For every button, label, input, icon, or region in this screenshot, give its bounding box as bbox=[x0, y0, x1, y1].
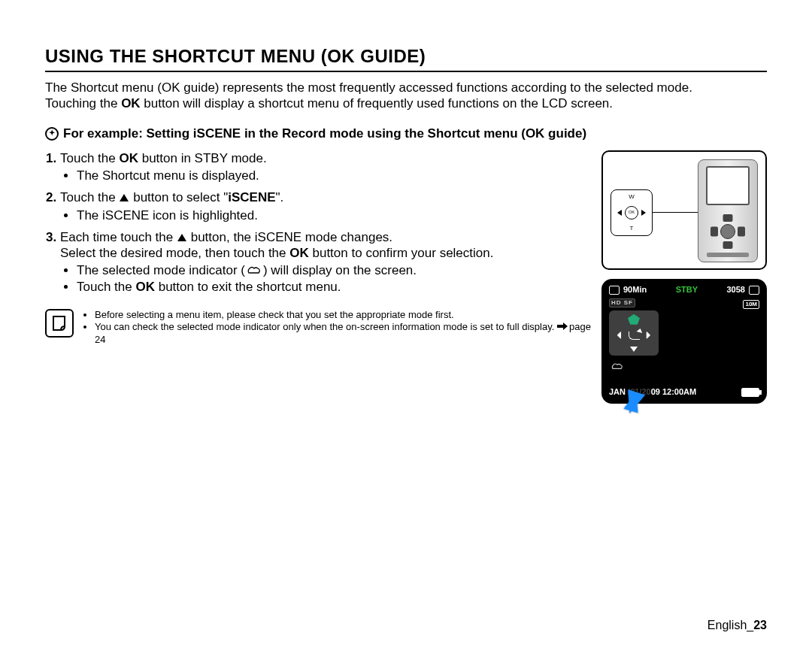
step-1: Touch the OK button in STBY mode. The Sh… bbox=[60, 150, 592, 184]
title-rule bbox=[45, 71, 767, 72]
step3-sub1a: The selected mode indicator ( bbox=[77, 263, 245, 277]
dpad-w-label: W bbox=[629, 193, 635, 201]
iscene-indicator-icon bbox=[247, 263, 262, 279]
step1-a: Touch the bbox=[60, 151, 119, 165]
page-title: USING THE SHORTCUT MENU (OK GUIDE) bbox=[45, 45, 767, 68]
photo-mode-icon bbox=[749, 286, 759, 295]
footer-lang: English_ bbox=[707, 619, 753, 631]
step-3: Each time touch the button, the iSCENE m… bbox=[60, 229, 592, 295]
step2-iscene: iSCENE bbox=[228, 190, 275, 204]
camera-dpad-left bbox=[710, 226, 718, 236]
step2-sub: The iSCENE icon is highlighted. bbox=[77, 207, 592, 223]
step3-line2a: Select the desired mode, then touch the bbox=[60, 246, 289, 260]
camera-body bbox=[698, 159, 758, 262]
note2-a: You can check the selected mode indicato… bbox=[95, 321, 557, 332]
intro-line1: The Shortcut menu (OK guide) represents … bbox=[45, 80, 692, 95]
shortcut-up-icon bbox=[628, 314, 640, 325]
step3-sub2b: button to exit the shortcut menu. bbox=[155, 280, 341, 294]
lcd-date-b: 09 12:00AM bbox=[651, 387, 697, 396]
lcd-resolution-badge: 10M bbox=[743, 300, 759, 309]
example-bullet-icon: ✦ bbox=[45, 127, 59, 141]
step3-line2b: button to confirm your selection. bbox=[309, 246, 494, 260]
camera-dpad-up bbox=[723, 214, 733, 222]
step1-b: button in STBY mode. bbox=[138, 151, 267, 165]
step3-sub1: The selected mode indicator ( ) will dis… bbox=[77, 262, 592, 279]
note-block: Before selecting a menu item, please che… bbox=[45, 309, 592, 346]
device-illustration: W OK T bbox=[601, 150, 767, 270]
shortcut-down-icon bbox=[630, 347, 638, 352]
shortcut-left-icon: 🞀 bbox=[615, 330, 624, 341]
page-footer: English_23 bbox=[707, 618, 767, 633]
intro-line2b: button will display a shortcut menu of f… bbox=[141, 96, 613, 111]
step2-a: Touch the bbox=[60, 190, 119, 204]
note-icon bbox=[45, 309, 74, 338]
step3-b: button, the iSCENE mode changes. bbox=[187, 230, 392, 244]
shortcut-menu-panel: 🞀 🞂 bbox=[609, 310, 659, 356]
step1-sub: The Shortcut menu is displayed. bbox=[77, 168, 592, 183]
up-triangle-icon bbox=[120, 194, 129, 201]
callout-line bbox=[653, 212, 704, 213]
camera-dpad-right bbox=[738, 226, 745, 236]
step1-ok: OK bbox=[119, 151, 138, 165]
intro-line2a: Touching the bbox=[45, 96, 121, 111]
lcd-count: 3058 bbox=[727, 285, 745, 295]
lcd-date-a: JAN bbox=[609, 387, 626, 396]
step3-sub2: Touch the OK button to exit the shortcut… bbox=[77, 279, 592, 295]
shortcut-return-icon bbox=[629, 332, 640, 340]
dpad-right-icon bbox=[641, 210, 646, 216]
example-heading: ✦ For example: Setting iSCENE in the Rec… bbox=[45, 126, 767, 141]
up-triangle-icon-2 bbox=[177, 234, 186, 241]
camera-dpad bbox=[710, 214, 745, 249]
dpad-callout: W OK T bbox=[611, 189, 653, 236]
camera-bottom-strip bbox=[707, 253, 749, 257]
lcd-time: 90Min bbox=[623, 285, 647, 295]
dpad-left-icon bbox=[617, 210, 622, 216]
step3-sub2ok: OK bbox=[135, 280, 155, 294]
iscene-indicator-icon-lcd bbox=[611, 362, 624, 374]
lcd-hd-badge: HD SF bbox=[609, 298, 635, 307]
step3-sub2a: Touch the bbox=[77, 280, 135, 294]
step2-c: ". bbox=[276, 190, 284, 204]
lcd-stby: STBY bbox=[676, 285, 698, 295]
page-ref-arrow-icon bbox=[557, 321, 568, 333]
note-2: You can check the selected mode indicato… bbox=[95, 321, 592, 346]
intro-paragraph: The Shortcut menu (OK guide) represents … bbox=[45, 80, 767, 112]
dpad-t-label: T bbox=[630, 225, 634, 232]
footer-page: 23 bbox=[753, 619, 767, 631]
camera-ok-button bbox=[720, 224, 735, 239]
step3-a: Each time touch the bbox=[60, 230, 177, 244]
step3-ok: OK bbox=[289, 246, 309, 260]
note-list: Before selecting a menu item, please che… bbox=[81, 309, 592, 346]
note-1: Before selecting a menu item, please che… bbox=[95, 309, 592, 321]
camera-dpad-down bbox=[723, 241, 733, 249]
example-text: For example: Setting iSCENE in the Recor… bbox=[63, 126, 586, 141]
intro-ok: OK bbox=[121, 96, 141, 111]
dpad-ok-icon: OK bbox=[625, 206, 638, 220]
lcd-screenshot: 90Min STBY 3058 HD SF 10M 🞀 bbox=[601, 279, 767, 404]
battery-icon bbox=[741, 388, 759, 397]
lcd-topbar: 90Min STBY 3058 bbox=[609, 285, 759, 295]
steps-list: Touch the OK button in STBY mode. The Sh… bbox=[45, 150, 592, 295]
camera-screen bbox=[706, 166, 750, 205]
step3-sub1b: ) will display on the screen. bbox=[263, 263, 417, 277]
step2-b: button to select " bbox=[129, 190, 228, 204]
shortcut-right-icon: 🞂 bbox=[644, 330, 653, 341]
step-2: Touch the button to select "iSCENE". The… bbox=[60, 189, 592, 223]
camera-mode-icon bbox=[609, 286, 620, 295]
